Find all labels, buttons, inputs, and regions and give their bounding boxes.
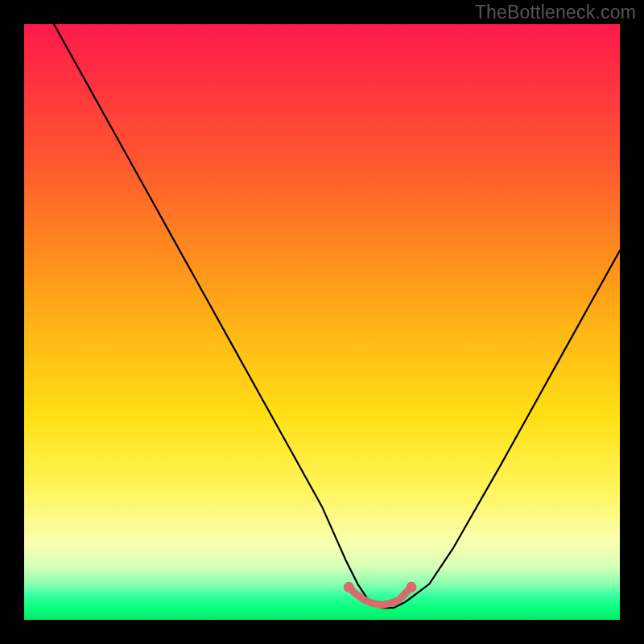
svg-point-1 [407, 582, 417, 592]
chart-frame: TheBottleneck.com [0, 0, 644, 644]
bottleneck-curve-line [54, 24, 620, 608]
watermark-label: TheBottleneck.com [475, 2, 636, 23]
chart-svg [24, 24, 620, 620]
plot-area [24, 24, 620, 620]
svg-point-0 [344, 582, 354, 592]
